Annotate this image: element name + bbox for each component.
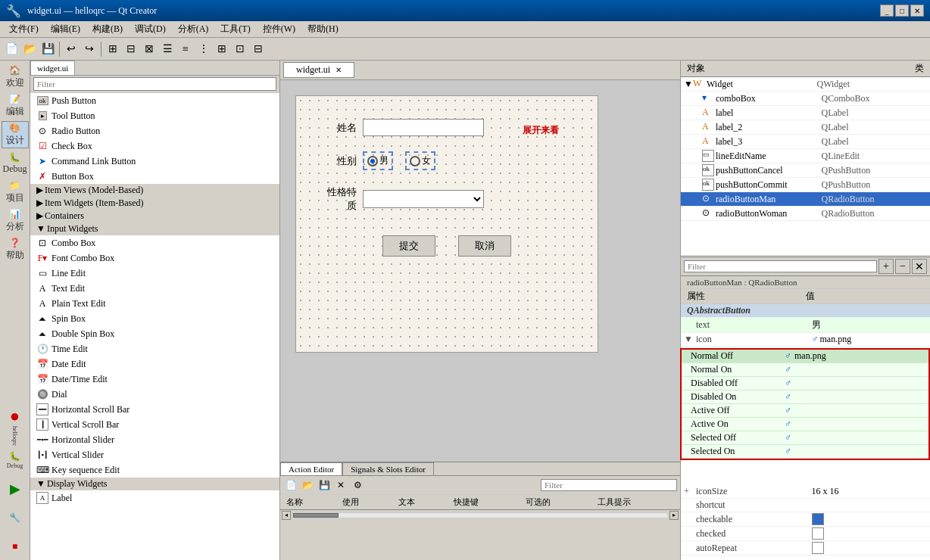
widget-section-display[interactable]: ▼ Display Widgets bbox=[30, 478, 279, 490]
menu-edit[interactable]: 编辑(E) bbox=[45, 21, 86, 37]
design-canvas[interactable]: 姓名 性别 男 bbox=[295, 95, 598, 353]
maximize-button[interactable]: □ bbox=[895, 5, 909, 17]
ot-label2[interactable]: A label_2 QLabel bbox=[681, 120, 930, 135]
prop-text-row[interactable]: text 男 bbox=[681, 318, 930, 333]
prop-close-btn[interactable]: ✕ bbox=[912, 259, 927, 274]
action-settings-btn[interactable]: ⚙ bbox=[350, 478, 365, 493]
menu-analyze[interactable]: 分析(A) bbox=[172, 21, 215, 37]
ot-combobox[interactable]: ▾ comboBox QComboBox bbox=[681, 92, 930, 106]
ot-pushcommit[interactable]: ok pushButtonCommit QPushButton bbox=[681, 178, 930, 192]
action-new-btn[interactable]: 📄 bbox=[283, 478, 298, 493]
icon-disabled-off-row[interactable]: Disabled Off ♂ bbox=[682, 377, 928, 390]
toolbar-layout5[interactable]: ≡ bbox=[177, 41, 194, 58]
widget-tab-active[interactable]: widget.ui bbox=[30, 61, 75, 75]
widget-item-spin-box[interactable]: ⏶ Spin Box bbox=[30, 311, 279, 326]
sidebar-debug[interactable]: 🐛 Debug bbox=[2, 150, 29, 177]
widget-item-time-edit[interactable]: 🕐 Time Edit bbox=[30, 341, 279, 356]
widget-item-v-scroll[interactable]: ┃ Vertical Scroll Bar bbox=[30, 417, 279, 432]
icon-disabled-on-row[interactable]: Disabled On ♂ bbox=[682, 390, 928, 404]
action-scrollbar[interactable]: ◂ ▸ bbox=[280, 509, 680, 520]
ot-lineedit[interactable]: ▭ lineEditName QLineEdit bbox=[681, 149, 930, 163]
prop-iconsize-row[interactable]: + iconSize 16 x 16 bbox=[681, 485, 930, 499]
toolbar-layout9[interactable]: ⊟ bbox=[250, 41, 267, 58]
toolbar-layout7[interactable]: ⊞ bbox=[214, 41, 230, 58]
ot-radiowoman[interactable]: ⊙ radioButtonWoman QRadioButton bbox=[681, 207, 930, 221]
toolbar-open[interactable]: 📂 bbox=[21, 41, 38, 58]
toolbar-save[interactable]: 💾 bbox=[39, 41, 56, 58]
widget-item-key-seq[interactable]: ⌨ Key sequence Edit bbox=[30, 462, 279, 478]
icon-selected-off-row[interactable]: Selected Off ♂ bbox=[682, 431, 928, 445]
minimize-button[interactable]: _ bbox=[880, 5, 894, 17]
sidebar-edit[interactable]: 📝 编辑 bbox=[2, 92, 29, 120]
female-radio-dot[interactable] bbox=[410, 156, 420, 166]
widget-item-tool-button[interactable]: ▸ Tool Button bbox=[30, 108, 279, 123]
action-delete-btn[interactable]: ✕ bbox=[333, 478, 348, 493]
widget-item-h-scroll[interactable]: ━━ Horizontal Scroll Bar bbox=[30, 402, 279, 417]
widget-item-text-edit[interactable]: A Text Edit bbox=[30, 281, 279, 296]
menu-widgets[interactable]: 控件(W) bbox=[257, 21, 301, 37]
icon-active-off-row[interactable]: Active Off ♂ bbox=[682, 404, 928, 418]
male-radio-item[interactable]: 男 bbox=[367, 154, 389, 167]
widget-item-radio-button[interactable]: ⊙ Radio Button bbox=[30, 123, 279, 138]
toolbar-undo[interactable]: ↩ bbox=[63, 41, 80, 58]
toolbar-layout3[interactable]: ⊠ bbox=[141, 41, 158, 58]
widget-item-v-slider[interactable]: ┃▪┃ Vertical Slider bbox=[30, 447, 279, 462]
icon-normal-on-row[interactable]: Normal On ♂ bbox=[682, 363, 928, 377]
toolbar-layout6[interactable]: ⋮ bbox=[195, 41, 212, 58]
trait-select[interactable] bbox=[363, 190, 484, 208]
widget-item-command-link[interactable]: ➤ Command Link Button bbox=[30, 154, 279, 169]
icon-normal-off-row[interactable]: Normal Off ♂ man.png bbox=[682, 350, 928, 363]
scroll-thumb[interactable] bbox=[293, 513, 339, 518]
sidebar-welcome[interactable]: 🏠 欢迎 bbox=[2, 64, 29, 91]
icon-active-on-row[interactable]: Active On ♂ bbox=[682, 418, 928, 431]
canvas-container[interactable]: 展开来看 → 姓名 性别 男 bbox=[280, 80, 680, 462]
icon-selected-on-row[interactable]: Selected On ♂ bbox=[682, 445, 928, 459]
menu-help[interactable]: 帮助(H) bbox=[301, 21, 345, 37]
ot-label[interactable]: A label QLabel bbox=[681, 106, 930, 120]
toolbar-redo[interactable]: ↪ bbox=[81, 41, 98, 58]
male-radio-dot[interactable] bbox=[367, 156, 378, 166]
prop-add-btn[interactable]: + bbox=[879, 259, 894, 274]
expand-widget[interactable]: ▼ bbox=[684, 79, 693, 90]
prop-autorepeat-row[interactable]: autoRepeat bbox=[681, 541, 930, 555]
widget-item-combo-box[interactable]: ⊡ Combo Box bbox=[30, 235, 279, 250]
action-open-btn[interactable]: 📂 bbox=[300, 478, 315, 493]
close-button[interactable]: ✕ bbox=[910, 5, 924, 17]
icon-expand[interactable]: ▼ bbox=[684, 334, 693, 345]
widget-item-label[interactable]: A Label bbox=[30, 490, 279, 506]
widget-item-datetime-edit[interactable]: 📅 Date/Time Edit bbox=[30, 372, 279, 387]
menu-build[interactable]: 构建(B) bbox=[86, 21, 129, 37]
prop-icon-row[interactable]: ▼ icon ♂ man.png bbox=[681, 333, 930, 347]
prop-checked-row[interactable]: checked bbox=[681, 527, 930, 541]
toolbar-layout1[interactable]: ⊞ bbox=[105, 41, 121, 58]
sidebar-help[interactable]: ❓ 帮助 bbox=[2, 236, 29, 263]
property-filter-input[interactable] bbox=[684, 260, 877, 272]
name-input[interactable] bbox=[363, 119, 484, 136]
sidebar-project[interactable]: 📁 项目 bbox=[2, 179, 29, 206]
ot-widget[interactable]: ▼ W Widget QWidget bbox=[681, 77, 930, 92]
widget-section-containers[interactable]: ▶ Containers bbox=[30, 210, 279, 222]
toolbar-layout4[interactable]: ☰ bbox=[159, 41, 176, 58]
widget-section-input[interactable]: ▼ Input Widgets bbox=[30, 222, 279, 235]
sidebar-debug2[interactable]: 🐛 Debug bbox=[2, 446, 29, 474]
menu-debug[interactable]: 调试(D) bbox=[129, 21, 172, 37]
widget-item-h-slider[interactable]: ━▪━ Horizontal Slider bbox=[30, 432, 279, 447]
menu-file[interactable]: 文件(F) bbox=[3, 21, 45, 37]
ot-radioman[interactable]: ⊙ radioButtonMan QRadioButton bbox=[681, 192, 930, 207]
scroll-right[interactable]: ▸ bbox=[669, 511, 679, 520]
cancel-button[interactable]: 取消 bbox=[458, 235, 511, 257]
widget-item-button-box[interactable]: ✗ Button Box bbox=[30, 169, 279, 184]
scroll-left[interactable]: ◂ bbox=[282, 511, 291, 520]
widget-item-line-edit[interactable]: ▭ Line Edit bbox=[30, 266, 279, 281]
widget-section-model-based[interactable]: ▶ Item Views (Model-Based) bbox=[30, 184, 279, 197]
widget-section-item-based[interactable]: ▶ Item Widgets (Item-Based) bbox=[30, 197, 279, 210]
prop-remove-btn[interactable]: − bbox=[895, 259, 910, 274]
prop-checkable-row[interactable]: checkable bbox=[681, 512, 930, 527]
signals-slots-tab[interactable]: Signals & Slots Editor bbox=[342, 462, 434, 475]
canvas-tab-close[interactable]: ✕ bbox=[335, 66, 342, 74]
widget-item-dial[interactable]: 🔘 Dial bbox=[30, 387, 279, 402]
ot-pushcancel[interactable]: ok pushButtonCancel QPushButton bbox=[681, 163, 930, 178]
ot-label3[interactable]: A label_3 QLabel bbox=[681, 135, 930, 149]
prop-shortcut-row[interactable]: shortcut bbox=[681, 499, 930, 512]
action-editor-tab[interactable]: Action Editor bbox=[280, 462, 342, 475]
